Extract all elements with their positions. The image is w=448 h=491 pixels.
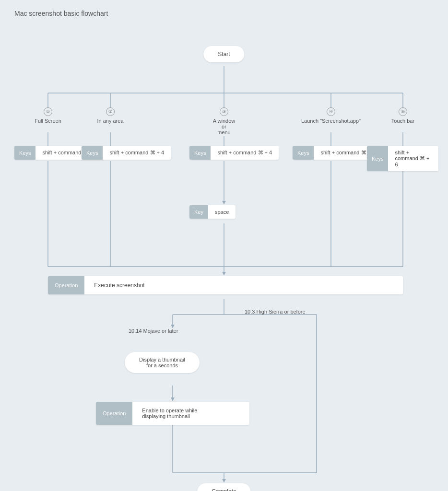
thumbnail-op-row: Operation Enable to operate while displa… [96, 402, 249, 425]
branch-3-label: A window or menu [213, 118, 235, 135]
branch-1: ① Full Screen [19, 107, 77, 124]
branch-4: ④ Launch "Screenshot.app" [295, 107, 367, 124]
keys-2: Keys shift + command ⌘ + 4 [82, 146, 171, 160]
keys-3-label: Keys [189, 146, 211, 160]
branch-2-number: ② [106, 107, 115, 116]
thumbnail-op-label: Operation [96, 402, 132, 425]
keys-4-label: Keys [293, 146, 314, 160]
execute-op-value: Execute screenshot [84, 276, 403, 294]
key-space-label: Key [189, 205, 208, 219]
thumbnail-op-value: Enable to operate while displaying thumb… [132, 402, 249, 425]
start-label: Start [203, 46, 244, 62]
page-title: Mac screenshot basic flowchart [14, 10, 438, 17]
branch-5: ⑤ Touch bar [377, 107, 429, 124]
execute-op-label: Operation [48, 276, 84, 294]
keys-2-label: Keys [82, 146, 103, 160]
keys-5-label: Keys [367, 146, 388, 171]
branch-1-number: ① [44, 107, 52, 116]
execute-row: Operation Execute screenshot [48, 276, 403, 294]
complete-label: Complete [197, 483, 250, 491]
branch-2: ② In any area [82, 107, 139, 124]
start-node: Start [203, 46, 244, 62]
thumbnail-label: Display a thumbnail for a seconds [125, 352, 200, 373]
keys-1-label: Keys [14, 146, 35, 160]
branch-5-number: ⑤ [399, 107, 407, 116]
branch-5-label: Touch bar [391, 118, 414, 124]
keys-2-value: shift + command ⌘ + 4 [103, 146, 171, 160]
complete-node: Complete [197, 483, 250, 491]
key-space-value: space [208, 205, 236, 219]
mojave-label: 10.14 Mojave or later [129, 328, 178, 334]
branch-4-number: ④ [327, 107, 335, 116]
keys-5-value: shift + command ⌘ + 6 [388, 146, 438, 171]
high-sierra-label: 10.3 High Sierra or before [245, 309, 306, 315]
branch-4-label: Launch "Screenshot.app" [301, 118, 361, 124]
keys-5: Keys shift + command ⌘ + 6 [367, 146, 438, 171]
keys-3: Keys shift + command ⌘ + 4 [189, 146, 279, 160]
branch-2-label: In any area [97, 118, 123, 124]
thumbnail-node: Display a thumbnail for a seconds [125, 352, 200, 373]
page: Mac screenshot basic flowchart [0, 0, 448, 491]
keys-3-value: shift + command ⌘ + 4 [211, 146, 279, 160]
key-space: Key space [189, 205, 236, 219]
branch-3-number: ③ [220, 107, 228, 116]
branch-3: ③ A window or menu [192, 107, 256, 135]
branch-1-label: Full Screen [35, 118, 61, 124]
